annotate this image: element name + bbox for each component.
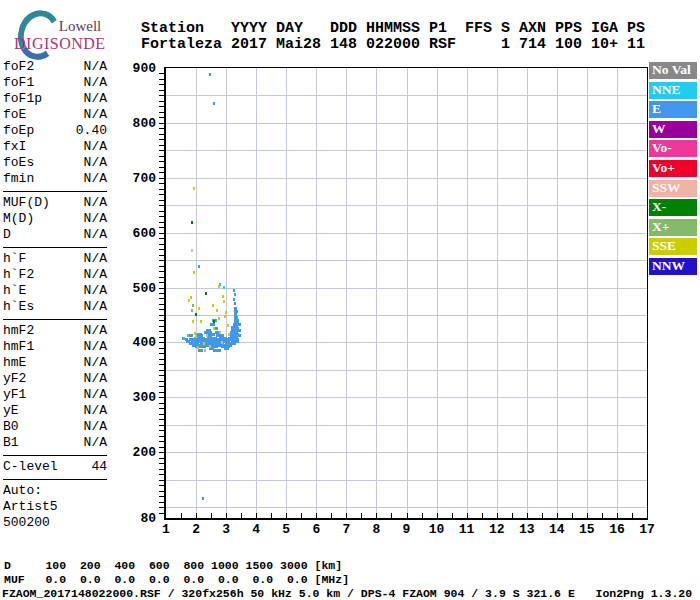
legend-item: No Val <box>649 62 697 79</box>
echo-point <box>227 324 229 327</box>
x-axis-tick <box>181 513 182 518</box>
echo-point <box>222 295 224 298</box>
x-axis-tick <box>226 513 227 518</box>
y-axis-tick <box>159 458 164 459</box>
y-axis-tick <box>159 452 164 453</box>
footer-file-info: FZAOM_2017148022000.RSF / 320fx256h 50 k… <box>2 587 692 600</box>
y-axis-tick <box>159 386 164 387</box>
x-axis-tick <box>572 513 573 518</box>
param-row: B0N/A <box>3 419 107 435</box>
gridline-horizontal <box>166 95 647 96</box>
x-axis-tick <box>557 513 558 518</box>
echo-point <box>190 296 192 299</box>
y-axis-tick <box>159 370 164 371</box>
gridline-vertical <box>497 68 498 518</box>
legend-item: E <box>649 101 697 118</box>
echo-point <box>212 304 214 307</box>
y-axis-tick <box>159 403 164 404</box>
gridline-horizontal <box>166 233 647 234</box>
panel-divider <box>3 319 107 320</box>
x-axis-tick <box>422 513 423 518</box>
gridline-vertical <box>617 68 618 518</box>
param-label: D <box>3 227 11 243</box>
gridline-horizontal <box>166 452 647 453</box>
x-axis-label: 8 <box>365 522 387 537</box>
x-axis-label: 10 <box>426 522 448 537</box>
param-label: B0 <box>3 419 19 435</box>
header-column-titles: Station YYYY DAY DDD HHMMSS P1 FFS S AXN… <box>141 21 645 37</box>
param-value: N/A <box>84 251 107 267</box>
param-label: h`Es <box>3 299 34 315</box>
y-axis-tick <box>159 249 164 250</box>
echo-point <box>183 337 185 340</box>
y-axis-tick <box>159 304 164 305</box>
x-axis-tick <box>286 513 287 518</box>
panel-divider <box>3 247 107 248</box>
echo-point <box>213 323 215 326</box>
echo-point <box>221 341 223 344</box>
y-axis-tick <box>159 123 164 124</box>
echo-point <box>213 320 215 323</box>
x-axis-label: 11 <box>456 522 478 537</box>
echo-point <box>222 334 224 337</box>
echo-point <box>237 319 239 322</box>
param-value: N/A <box>84 355 107 371</box>
echo-point <box>239 323 241 326</box>
y-axis-label: 500 <box>118 281 156 296</box>
param-row: foF1N/A <box>3 75 107 91</box>
y-axis-tick <box>159 436 164 437</box>
param-label: B1 <box>3 435 19 451</box>
gridline-vertical <box>346 68 347 518</box>
y-axis-tick <box>159 255 164 256</box>
x-axis-label: 4 <box>245 522 267 537</box>
echo-point <box>204 349 206 352</box>
y-axis-tick <box>159 227 164 228</box>
x-axis-tick <box>437 513 438 518</box>
x-axis-label: 17 <box>636 522 658 537</box>
param-row: foF2N/A <box>3 59 107 75</box>
param-value: N/A <box>84 435 107 451</box>
param-label: foF1p <box>3 91 42 107</box>
x-axis-tick <box>512 513 513 518</box>
param-row: foEsN/A <box>3 155 107 171</box>
y-axis-tick <box>159 293 164 294</box>
y-axis-tick <box>159 447 164 448</box>
ionogram-app-window: Lowell DIGISONDE Station YYYY DAY DDD HH… <box>0 0 700 600</box>
param-label: yF2 <box>3 371 26 387</box>
param-value: N/A <box>84 155 107 171</box>
param-value: N/A <box>84 139 107 155</box>
velocity-legend: No ValNNEEWVo-Vo+SSWX-X+SSENNW <box>649 62 697 278</box>
echo-point <box>205 292 207 295</box>
gridline-vertical <box>226 68 227 518</box>
gridline-vertical <box>407 68 408 518</box>
echo-point <box>233 298 235 301</box>
ionogram-plot: 9008007006005004003002008012345678910111… <box>164 67 648 520</box>
panel-divider <box>3 455 107 456</box>
x-axis-tick <box>376 513 377 518</box>
digisonde-logo: Lowell DIGISONDE <box>6 4 126 56</box>
x-axis-tick <box>467 513 468 518</box>
echo-point <box>192 320 194 323</box>
echo-point <box>235 307 237 310</box>
y-axis-tick <box>159 326 164 327</box>
y-axis-tick <box>159 463 164 464</box>
muf-row: MUF 0.0 0.0 0.0 0.0 0.0 0.0 0.0 0.0 [MHz… <box>4 573 349 587</box>
x-axis-tick <box>542 513 543 518</box>
y-axis-tick <box>159 359 164 360</box>
param-label: C-level <box>3 459 58 475</box>
y-axis-tick <box>159 288 164 289</box>
y-axis-tick <box>159 117 164 118</box>
x-axis-tick <box>602 513 603 518</box>
y-axis-tick <box>159 348 164 349</box>
gridline-horizontal <box>166 178 647 179</box>
gridline-vertical <box>437 68 438 518</box>
param-value: N/A <box>84 195 107 211</box>
echo-point <box>191 334 193 337</box>
x-axis-label: 3 <box>215 522 237 537</box>
y-axis-label: 800 <box>118 116 156 131</box>
echo-point <box>219 331 221 334</box>
param-value: N/A <box>84 267 107 283</box>
y-axis-tick <box>159 309 164 310</box>
param-label: h`E <box>3 283 26 299</box>
echo-point <box>191 309 193 312</box>
